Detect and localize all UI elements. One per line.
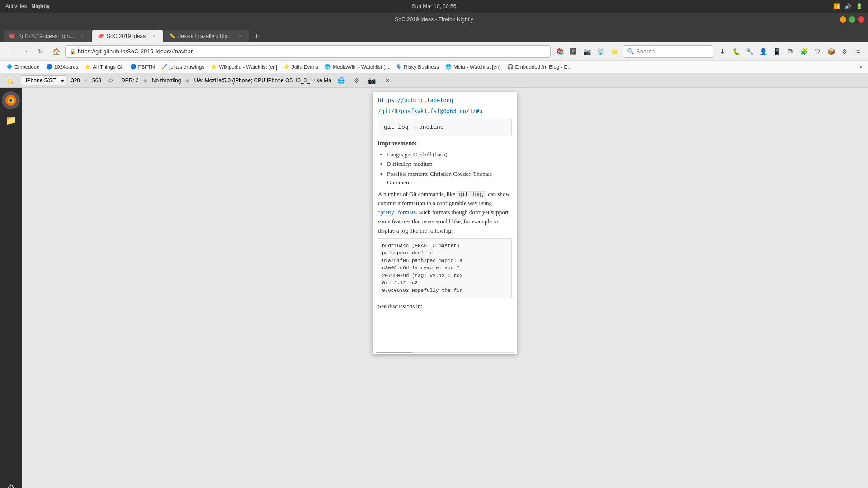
- bookmark-fsftn[interactable]: 🔵 FSFTN: [127, 63, 158, 70]
- responsive-settings-icon[interactable]: ⚙: [351, 75, 362, 86]
- bookmark-julia-drawings[interactable]: 🖌️ julia's drawings: [159, 63, 208, 70]
- bookmark-all-things-git[interactable]: ⭐ All Things Git: [82, 63, 126, 70]
- device-selector[interactable]: iPhone 5/SE: [21, 75, 66, 85]
- url-input[interactable]: [78, 48, 547, 55]
- tab-title-3: Jessie Frazelle's Blo...: [178, 33, 232, 39]
- nav-extra-icons: ⬇ 🐛 🔧 👤 📱 ⧉ 🧩 🛡 📦 ⚙ ≡: [716, 45, 864, 58]
- pretty-formats-link[interactable]: "pretty" formats: [378, 209, 416, 216]
- home-button[interactable]: 🏠: [50, 45, 62, 58]
- bookmark-label-1024cores: 1024cores: [54, 64, 79, 70]
- tab-close-1[interactable]: ×: [79, 33, 86, 40]
- bookmark-label-wikipedia: Wikipedia - Watchlist [en]: [219, 64, 277, 70]
- tab-close-2[interactable]: ×: [150, 33, 157, 40]
- body-paragraph: A number of Git commands, like git log, …: [378, 190, 512, 235]
- bookmark-risky-business[interactable]: 🎙️ Risky Business: [393, 63, 442, 70]
- tabs-bar: 🐙 SoC-2019-Ideas: don... × 🐙 SoC 2019 Id…: [0, 26, 868, 42]
- bookmark-label-embedded-fm: Embedded.fm Blog - E...: [515, 64, 572, 70]
- bookmark-julia-evans[interactable]: ⭐ Julia Evans: [281, 63, 321, 70]
- bookmarks-more-button[interactable]: »: [858, 62, 864, 71]
- device-separator: ×: [85, 77, 88, 84]
- shield-icon[interactable]: 🛡: [811, 45, 824, 58]
- bullet-list: Language: C, shell (bash) Difficulty: me…: [387, 150, 512, 187]
- preferences-icon[interactable]: ⚙: [838, 45, 851, 58]
- files-button[interactable]: 📁: [2, 111, 20, 129]
- bookmark-label-embedded: Embedded: [14, 64, 40, 70]
- bookmark-embedded[interactable]: 🔷 Embedded: [4, 63, 42, 70]
- close-device-bar-icon[interactable]: ✕: [382, 75, 393, 86]
- firebug-icon[interactable]: 🐛: [730, 45, 742, 58]
- section-heading: improvements: [378, 139, 512, 148]
- search-input[interactable]: [636, 48, 699, 55]
- rotate-icon[interactable]: ⟳: [106, 75, 117, 86]
- bookmark-1024cores[interactable]: 🔵 1024cores: [43, 63, 81, 70]
- activity-bar: 📁 ⚙: [0, 88, 22, 488]
- window-controls[interactable]: [840, 16, 864, 23]
- inline-code-git-log: git log,: [457, 191, 486, 198]
- content-area: https://public.labelong /git/87pnsfkvk1.…: [22, 88, 868, 488]
- screenshot-device-icon[interactable]: 📷: [367, 75, 377, 86]
- ua-icon[interactable]: 🌐: [336, 75, 347, 86]
- url-bar[interactable]: 🔒: [65, 45, 551, 58]
- bookmark-label-julia-evans: Julia Evans: [292, 64, 318, 70]
- sync-icon[interactable]: 👤: [757, 45, 769, 58]
- pocket-icon[interactable]: 🅿: [567, 45, 580, 58]
- forward-button[interactable]: →: [19, 45, 32, 58]
- system-bar-left: Activities Nightly: [5, 3, 50, 9]
- network-icon: 📶: [833, 3, 840, 9]
- tab-close-3[interactable]: ×: [236, 33, 244, 40]
- app-name-label[interactable]: Nightly: [31, 3, 50, 9]
- bookmark-favicon-wikipedia: ⭐: [211, 64, 217, 70]
- reload-button[interactable]: ↻: [34, 45, 47, 58]
- lock-icon: 🔒: [69, 48, 76, 55]
- horizontal-scrollbar[interactable]: [376, 352, 514, 353]
- system-bar-right: 📶 🔊 🔋: [833, 3, 863, 9]
- bookmark-embedded-fm[interactable]: 🎧 Embedded.fm Blog - E...: [505, 63, 575, 70]
- addons-icon[interactable]: 🧩: [797, 45, 810, 58]
- tab-soc-ideas-1[interactable]: 🐙 SoC-2019-Ideas: don... ×: [4, 30, 91, 42]
- close-button[interactable]: [858, 16, 864, 23]
- multi-tab-icon[interactable]: ⧉: [784, 45, 797, 58]
- responsive-icon[interactable]: 📱: [770, 45, 783, 58]
- dev-tools-icon[interactable]: 🔧: [743, 45, 756, 58]
- more-icon[interactable]: ≡: [852, 45, 864, 58]
- settings-button[interactable]: ⚙: [2, 479, 20, 488]
- activities-label[interactable]: Activities: [5, 3, 27, 9]
- code-line-4: c8e05fd6d 1a-remote: add "-: [382, 264, 508, 272]
- star-icon[interactable]: ⭐: [608, 45, 620, 58]
- title-bar: SoC 2019 Ideas - Firefox Nightly: [0, 13, 868, 26]
- device-toolbar-responsive-icon[interactable]: 📐: [5, 75, 16, 86]
- throttle-label: No throttling: [152, 77, 181, 84]
- bookmark-wikipedia[interactable]: ⭐ Wikipedia - Watchlist [en]: [208, 63, 280, 70]
- search-bar[interactable]: 🔍: [623, 45, 713, 58]
- see-discussions-label: See discussions in:: [378, 302, 512, 311]
- code-line-6: Git 2.12-rc2: [382, 279, 508, 287]
- ua-label: UA: Mozilla/5.0 (iPhone; CPU iPhone OS 1…: [194, 77, 331, 84]
- code-line-1: b9df16a4c (HEAD -> master): [382, 242, 508, 250]
- bookmark-favicon-julia-evans: ⭐: [283, 64, 290, 70]
- screenshots-icon[interactable]: 📷: [580, 45, 593, 58]
- firefox-logo-button[interactable]: [2, 91, 20, 109]
- bookmark-meta[interactable]: 🌐 Meta - Watchlist [en]: [443, 63, 503, 70]
- git-path-link[interactable]: /git/87pnsfkvk1.fsf@0x63.nu/T/#u: [378, 108, 482, 114]
- code-line-3: 91a491f05 pathspec magic: a: [382, 257, 508, 265]
- back-button[interactable]: ←: [4, 45, 16, 58]
- bookmark-label-meta: Meta - Watchlist [en]: [453, 64, 500, 70]
- new-tab-button[interactable]: +: [250, 30, 263, 42]
- firefox-window: SoC 2019 Ideas - Firefox Nightly 🐙 SoC-2…: [0, 13, 868, 488]
- bookmark-favicon-embedded-fm: 🎧: [507, 64, 514, 70]
- tab-jessie-blog[interactable]: ✏️ Jessie Frazelle's Blo... ×: [164, 30, 249, 42]
- volume-icon: 🔊: [844, 3, 851, 9]
- mobile-viewport[interactable]: https://public.labelong /git/87pnsfkvk1.…: [373, 92, 517, 354]
- rss-icon[interactable]: 📡: [594, 45, 607, 58]
- bookmarks-manager-icon[interactable]: 📚: [553, 45, 566, 58]
- minimize-button[interactable]: [840, 16, 846, 23]
- container-icon[interactable]: 📦: [825, 45, 837, 58]
- maximize-button[interactable]: [849, 16, 855, 23]
- tab-soc-ideas-2[interactable]: 🐙 SoC 2019 Ideas ×: [92, 30, 163, 42]
- bookmark-favicon-risky-business: 🎙️: [396, 64, 402, 70]
- downloads-icon[interactable]: ⬇: [716, 45, 729, 58]
- scrollbar-thumb[interactable]: [376, 352, 412, 353]
- bookmark-mediawiki[interactable]: 🌐 MediaWiki - Watchlist [...: [322, 63, 392, 70]
- public-link[interactable]: https://public.labelong: [378, 97, 453, 103]
- tab-title-1: SoC-2019-Ideas: don...: [18, 33, 74, 39]
